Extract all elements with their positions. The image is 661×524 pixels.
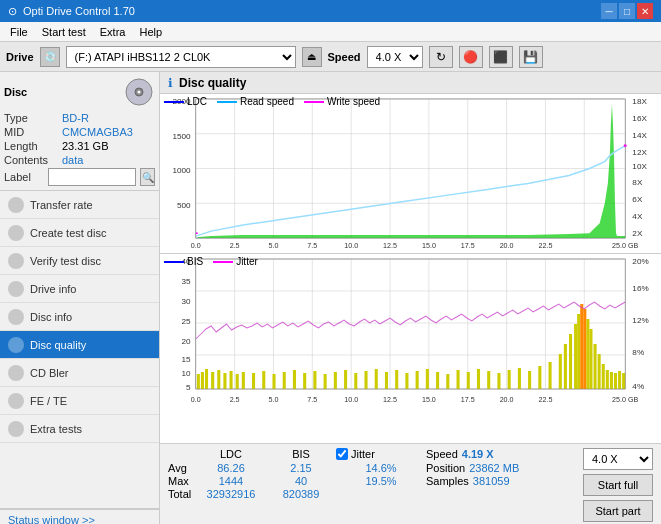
disc-label-input[interactable] bbox=[48, 168, 136, 186]
menu-file[interactable]: File bbox=[4, 24, 34, 40]
svg-rect-117 bbox=[426, 369, 429, 389]
max-ldc: 1444 bbox=[196, 475, 266, 487]
sidebar-item-cd-bler[interactable]: CD Bler bbox=[0, 359, 159, 387]
nav-label-fe-te: FE / TE bbox=[30, 395, 67, 407]
svg-text:0.0: 0.0 bbox=[191, 242, 201, 249]
drive-select[interactable]: (F:) ATAPI iHBS112 2 CL0K bbox=[66, 46, 296, 68]
svg-rect-129 bbox=[549, 362, 552, 389]
sidebar-item-transfer-rate[interactable]: Transfer rate bbox=[0, 191, 159, 219]
chart1-svg: 2000 1500 1000 500 18X 16X 14X 12X 10X 8… bbox=[160, 94, 661, 253]
disc-contents-value: data bbox=[62, 154, 83, 166]
write-speed-legend-label: Write speed bbox=[327, 96, 380, 107]
speed-stat-value: 4.19 X bbox=[462, 448, 494, 460]
stats-area: LDC BIS Jitter Speed 4.19 X Avg bbox=[160, 443, 661, 524]
svg-text:4X: 4X bbox=[632, 212, 643, 221]
speed-select-stats[interactable]: 4.0 X bbox=[583, 448, 653, 470]
svg-text:20: 20 bbox=[182, 337, 192, 346]
menu-help[interactable]: Help bbox=[133, 24, 168, 40]
menu-extra[interactable]: Extra bbox=[94, 24, 132, 40]
start-part-button[interactable]: Start part bbox=[583, 500, 653, 522]
svg-text:16%: 16% bbox=[632, 284, 648, 293]
svg-rect-110 bbox=[354, 373, 357, 389]
svg-rect-130 bbox=[559, 354, 562, 389]
sidebar-item-create-test-disc[interactable]: Create test disc bbox=[0, 219, 159, 247]
disc-image bbox=[123, 76, 155, 108]
app-title: Opti Drive Control 1.70 bbox=[23, 5, 135, 17]
maximize-button[interactable]: □ bbox=[619, 3, 635, 19]
sidebar-item-drive-info[interactable]: Drive info bbox=[0, 275, 159, 303]
start-full-button[interactable]: Start full bbox=[583, 474, 653, 496]
svg-text:10.0: 10.0 bbox=[344, 242, 358, 249]
nav-label-disc-info: Disc info bbox=[30, 311, 72, 323]
bis-legend-dot bbox=[164, 261, 184, 263]
svg-text:2.5: 2.5 bbox=[230, 396, 240, 403]
create-test-disc-icon bbox=[8, 225, 24, 241]
sidebar-item-fe-te[interactable]: FE / TE bbox=[0, 387, 159, 415]
position-value: 23862 MB bbox=[469, 462, 519, 474]
svg-rect-101 bbox=[262, 371, 265, 389]
svg-rect-127 bbox=[528, 371, 531, 389]
svg-rect-132 bbox=[569, 334, 572, 389]
drive-eject-button[interactable]: ⏏ bbox=[302, 47, 322, 67]
disc-contents-label: Contents bbox=[4, 154, 62, 166]
max-jitter: 19.5% bbox=[336, 475, 426, 487]
svg-point-2 bbox=[138, 91, 141, 94]
sidebar: Disc Type BD-R MID CMCMAGBA3 Length bbox=[0, 72, 160, 524]
title-bar: ⊙ Opti Drive Control 1.70 ─ □ ✕ bbox=[0, 0, 661, 22]
drive-eject-icon[interactable]: 💿 bbox=[40, 47, 60, 67]
disc-length-value: 23.31 GB bbox=[62, 140, 108, 152]
jitter-checkbox[interactable] bbox=[336, 448, 348, 460]
disc-label-button[interactable]: 🔍 bbox=[140, 168, 155, 186]
drive-btn2[interactable]: 🔴 bbox=[459, 46, 483, 68]
max-bis: 40 bbox=[266, 475, 336, 487]
speed-select[interactable]: 4.0 X bbox=[367, 46, 423, 68]
svg-text:12%: 12% bbox=[632, 316, 648, 325]
minimize-button[interactable]: ─ bbox=[601, 3, 617, 19]
drive-save-button[interactable]: 💾 bbox=[519, 46, 543, 68]
read-speed-legend-dot bbox=[217, 101, 237, 103]
svg-text:12X: 12X bbox=[632, 148, 647, 157]
sidebar-item-disc-quality[interactable]: Disc quality bbox=[0, 331, 159, 359]
disc-type-value: BD-R bbox=[62, 112, 89, 124]
samples-value: 381059 bbox=[473, 475, 510, 487]
sidebar-item-extra-tests[interactable]: Extra tests bbox=[0, 415, 159, 443]
svg-text:7.5: 7.5 bbox=[307, 396, 317, 403]
jitter-check: Jitter bbox=[336, 448, 426, 460]
svg-rect-128 bbox=[538, 366, 541, 389]
col-bis-header: BIS bbox=[266, 448, 336, 460]
svg-rect-96 bbox=[223, 373, 226, 389]
total-ldc: 32932916 bbox=[196, 488, 266, 500]
svg-text:10X: 10X bbox=[632, 162, 647, 171]
chart1: LDC Read speed Write speed bbox=[160, 94, 661, 254]
svg-text:15.0: 15.0 bbox=[422, 242, 436, 249]
status-window-link[interactable]: Status window >> bbox=[0, 509, 159, 524]
svg-rect-140 bbox=[598, 354, 601, 389]
svg-rect-137 bbox=[586, 319, 589, 389]
svg-text:1000: 1000 bbox=[173, 167, 192, 176]
close-button[interactable]: ✕ bbox=[637, 3, 653, 19]
nav-label-transfer-rate: Transfer rate bbox=[30, 199, 93, 211]
ldc-legend-dot bbox=[164, 101, 184, 103]
svg-text:10.0: 10.0 bbox=[344, 396, 358, 403]
drive-btn3[interactable]: ⬛ bbox=[489, 46, 513, 68]
avg-jitter: 14.6% bbox=[336, 462, 426, 474]
nav-label-drive-info: Drive info bbox=[30, 283, 76, 295]
fe-te-icon bbox=[8, 393, 24, 409]
col-ldc-header: LDC bbox=[196, 448, 266, 460]
sidebar-item-verify-test-disc[interactable]: Verify test disc bbox=[0, 247, 159, 275]
samples-label: Samples bbox=[426, 475, 469, 487]
speed-label: Speed bbox=[328, 51, 361, 63]
menu-start-test[interactable]: Start test bbox=[36, 24, 92, 40]
bis-legend-label: BIS bbox=[187, 256, 203, 267]
drive-refresh-button[interactable]: ↻ bbox=[429, 46, 453, 68]
nav-label-cd-bler: CD Bler bbox=[30, 367, 69, 379]
disc-length-label: Length bbox=[4, 140, 62, 152]
svg-rect-141 bbox=[602, 364, 605, 389]
svg-rect-105 bbox=[303, 373, 306, 389]
svg-text:5.0: 5.0 bbox=[269, 396, 279, 403]
svg-rect-114 bbox=[395, 370, 398, 389]
drive-bar: Drive 💿 (F:) ATAPI iHBS112 2 CL0K ⏏ Spee… bbox=[0, 42, 661, 72]
jitter-legend-dot bbox=[213, 261, 233, 263]
sidebar-item-disc-info[interactable]: Disc info bbox=[0, 303, 159, 331]
svg-rect-125 bbox=[508, 370, 511, 389]
